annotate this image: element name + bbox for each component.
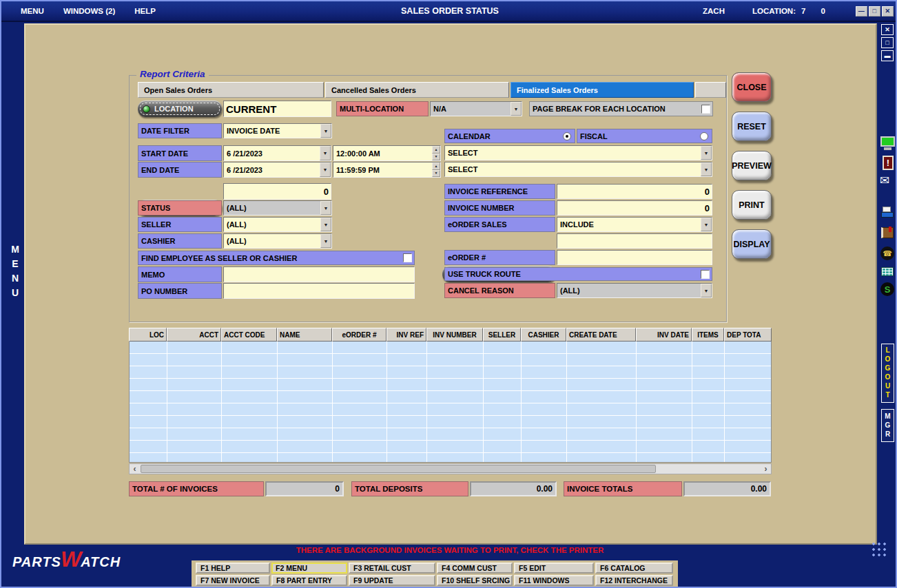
column-header-acct-code[interactable]: ACCT CODE (221, 328, 277, 342)
start-period-select[interactable]: SELECT ▼ (444, 145, 712, 160)
tab-open-sales-orders[interactable]: Open Sales Orders (138, 82, 324, 98)
menu-rail-button[interactable]: MENU (4, 244, 21, 302)
display-button[interactable]: DISPLAY (732, 229, 772, 259)
find-employee-checkbox[interactable] (403, 253, 412, 262)
use-truck-route-checkbox[interactable] (701, 270, 710, 279)
close-icon[interactable]: ✕ (882, 6, 894, 17)
fkey-f9-update[interactable]: F9 UPDATE (349, 575, 435, 586)
column-header-eorder-num[interactable]: eORDER # (332, 328, 386, 342)
account-number-field[interactable]: 0 (223, 183, 331, 200)
panel-restore-icon[interactable]: □ (881, 37, 894, 48)
fkey-f3-retail-cust[interactable]: F3 RETAIL CUST (349, 563, 435, 574)
chevron-down-icon[interactable]: ▼ (320, 146, 331, 160)
catalog-book-icon[interactable] (881, 227, 894, 238)
chevron-down-icon[interactable]: ▼ (701, 218, 712, 231)
eorder-sales-select[interactable]: INCLUDE ▼ (557, 217, 712, 232)
scroll-right-icon[interactable]: › (761, 464, 771, 474)
chevron-down-icon[interactable]: ▼ (320, 234, 331, 248)
tab-cancelled-sales-orders[interactable]: Cancelled Sales Orders (325, 82, 509, 98)
chevron-down-icon[interactable]: ▼ (320, 124, 331, 138)
spinner-down-icon[interactable]: ▼ (432, 154, 440, 161)
mail-icon[interactable]: ✉ (880, 174, 889, 188)
column-header-create-date[interactable]: CREATE DATE (566, 328, 636, 342)
close-button[interactable]: CLOSE (732, 72, 772, 102)
end-period-select[interactable]: SELECT ▼ (444, 162, 712, 177)
cashier-select[interactable]: (ALL) ▼ (223, 233, 332, 249)
spinner-up-icon[interactable]: ▲ (432, 162, 440, 170)
scroll-left-icon[interactable]: ‹ (130, 464, 140, 474)
chevron-down-icon[interactable]: ▼ (701, 162, 712, 176)
end-time-spinner[interactable]: 11:59:59 PM ▲▼ (333, 162, 441, 178)
fkey-f6-catalog[interactable]: F6 CATALOG (595, 563, 673, 574)
column-header-seller[interactable]: SELLER (483, 328, 521, 342)
spinner-down-icon[interactable]: ▼ (432, 170, 440, 178)
s-badge-icon[interactable]: S (880, 282, 894, 296)
panel-close-icon[interactable]: ✕ (881, 24, 894, 35)
print-button[interactable]: PRINT (732, 190, 772, 220)
fkey-f10-shelf-srcing[interactable]: F10 SHELF SRCING (437, 575, 513, 586)
menu-item-menu[interactable]: MENU (21, 7, 44, 15)
fkey-f5-edit[interactable]: F5 EDIT (514, 563, 594, 574)
column-header-dep-total[interactable]: DEP TOTA (724, 328, 772, 342)
menu-item-windows[interactable]: WINDOWS (2) (63, 7, 115, 15)
minimize-icon[interactable]: — (856, 6, 867, 17)
calculator-icon[interactable] (881, 267, 894, 276)
chevron-down-icon[interactable]: ▼ (320, 218, 331, 231)
chevron-down-icon[interactable]: ▼ (320, 162, 331, 177)
column-header-loc[interactable]: LOC (129, 328, 167, 342)
fkey-f11-windows[interactable]: F11 WINDOWS (514, 575, 594, 586)
eorder-number-field[interactable] (557, 250, 712, 265)
fkey-f8-part-entry[interactable]: F8 PART ENTRY (271, 575, 347, 586)
monitor-icon[interactable] (880, 136, 895, 147)
fkey-f7-new-invoice[interactable]: F7 NEW INVOICE (196, 575, 270, 586)
cancel-reason-select[interactable]: (ALL) ▼ (557, 283, 712, 298)
start-date-select[interactable]: 6 /21/2023 ▼ (223, 145, 331, 161)
fkey-f4-comm-cust[interactable]: F4 COMM CUST (437, 563, 513, 574)
chevron-down-icon[interactable]: ▼ (511, 102, 522, 116)
calendar-radio[interactable] (563, 132, 571, 140)
column-header-cashier[interactable]: CASHIER (521, 328, 566, 342)
mgr-button[interactable]: MGR (881, 409, 894, 442)
invoice-reference-field[interactable]: 0 (557, 184, 712, 199)
column-header-inv-ref[interactable]: INV REF (386, 328, 426, 342)
fiscal-radio[interactable] (700, 132, 708, 140)
end-date-select[interactable]: 6 /21/2023 ▼ (223, 162, 331, 178)
resize-grip[interactable] (871, 541, 889, 556)
maximize-icon[interactable]: □ (869, 6, 880, 17)
phone-icon[interactable]: ☎ (880, 246, 894, 260)
seller-select[interactable]: (ALL) ▼ (223, 217, 332, 232)
page-break-checkbox[interactable] (701, 105, 710, 114)
column-header-acct[interactable]: ACCT (167, 328, 221, 342)
multi-location-select[interactable]: N/A ▼ (430, 101, 522, 116)
preview-button[interactable]: PREVIEW (732, 151, 772, 180)
grid-body[interactable] (129, 342, 772, 463)
column-header-inv-date[interactable]: INV DATE (636, 328, 692, 342)
chevron-down-icon[interactable]: ▼ (701, 284, 712, 297)
scrollbar-thumb[interactable] (141, 465, 656, 473)
tab-finalized-sales-orders[interactable]: Finalized Sales Orders (511, 82, 694, 98)
invoice-number-field[interactable]: 0 (557, 200, 712, 216)
fkey-f1-help[interactable]: F1 HELP (196, 563, 270, 574)
chevron-down-icon[interactable]: ▼ (320, 201, 331, 215)
register-icon[interactable] (881, 207, 894, 218)
eorder-type-field[interactable] (557, 233, 712, 249)
logout-button[interactable]: LOGOUT (881, 344, 894, 403)
reset-button[interactable]: RESET (732, 112, 772, 141)
column-header-items[interactable]: ITEMS (692, 328, 724, 342)
fkey-f12-interchange[interactable]: F12 INTERCHANGE (595, 575, 673, 586)
location-value-field[interactable]: CURRENT (223, 101, 331, 117)
fkey-f2-menu[interactable]: F2 MENU (271, 563, 347, 574)
menu-item-help[interactable]: HELP (134, 7, 156, 15)
grid-horizontal-scrollbar[interactable]: ‹ › (129, 463, 772, 474)
location-button[interactable]: LOCATION (138, 101, 222, 117)
spinner-up-icon[interactable]: ▲ (432, 146, 440, 154)
status-select[interactable]: (ALL) ▼ (223, 200, 332, 216)
panel-minimize-icon[interactable]: ▬ (881, 50, 894, 61)
chevron-down-icon[interactable]: ▼ (701, 146, 712, 160)
date-filter-select[interactable]: INVOICE DATE ▼ (223, 123, 332, 138)
start-time-spinner[interactable]: 12:00:00 AM ▲▼ (333, 145, 441, 161)
column-header-inv-number[interactable]: INV NUMBER (426, 328, 483, 342)
column-header-name[interactable]: NAME (277, 328, 332, 342)
alert-icon[interactable]: ! (883, 156, 894, 170)
po-number-field[interactable] (223, 283, 415, 299)
